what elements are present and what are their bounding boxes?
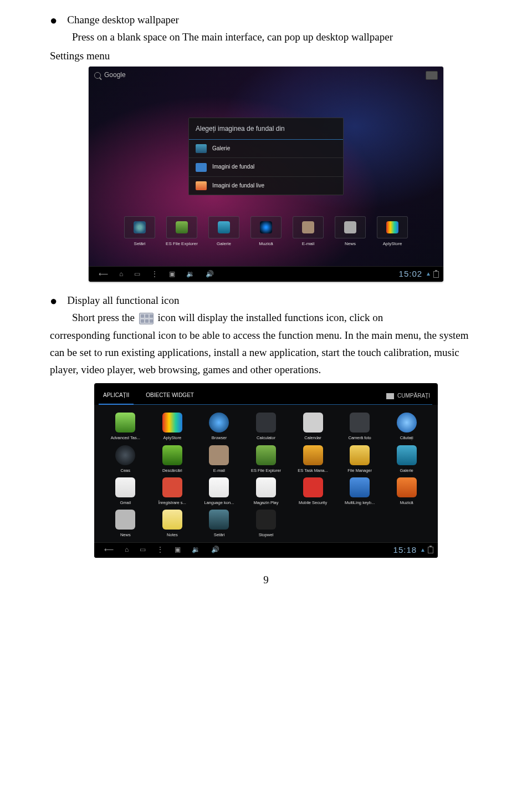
- app-label: Setări: [197, 532, 242, 538]
- app-icon: [397, 445, 417, 465]
- short-press-pre: Short press the: [72, 312, 135, 323]
- tablet-screenshot-wallpaper: Google Alegeți imaginea de fundal din Ga…: [89, 67, 443, 282]
- menu-icon[interactable]: ⋮: [157, 545, 163, 556]
- dock-item-news[interactable]: News: [332, 216, 369, 247]
- app-icon: [350, 413, 370, 433]
- dock-item-settings[interactable]: Setări: [121, 216, 158, 247]
- home-icon[interactable]: ⌂: [125, 545, 129, 556]
- app-item[interactable]: ES Task Mana...: [290, 445, 335, 474]
- wifi-icon: ▲: [420, 546, 426, 555]
- recent-icon[interactable]: ▭: [140, 545, 146, 556]
- app-label: Advanced Tas...: [103, 435, 148, 441]
- volume-up-icon[interactable]: 🔊: [206, 269, 214, 280]
- app-item[interactable]: Muzică: [384, 477, 429, 506]
- wallpaper-option-galerie[interactable]: Galerie: [189, 140, 343, 159]
- live-wallpaper-icon: [196, 181, 207, 190]
- app-item[interactable]: Înregistrare s...: [150, 477, 195, 506]
- gear-icon: [134, 221, 146, 233]
- wallpaper-icon: [196, 163, 207, 172]
- mail-icon: [302, 221, 314, 233]
- menu-icon[interactable]: ⋮: [151, 269, 158, 280]
- app-item[interactable]: Calendar: [290, 413, 335, 441]
- app-icon: [350, 445, 370, 465]
- tab-aplicatii[interactable]: APLICAȚII: [102, 388, 130, 405]
- screenshot-icon[interactable]: ▣: [169, 269, 175, 280]
- app-label: Calculator: [244, 435, 289, 441]
- wallpaper-dialog-title: Alegeți imaginea de fundal din: [189, 118, 343, 140]
- aply-icon: [386, 221, 398, 233]
- app-icon: [162, 445, 182, 465]
- app-icon: [303, 413, 323, 433]
- app-label: News: [103, 532, 148, 538]
- recent-icon[interactable]: ▭: [134, 269, 140, 280]
- volume-down-icon[interactable]: 🔉: [186, 269, 195, 280]
- app-item[interactable]: Cameră foto: [337, 413, 382, 441]
- app-label: E-mail: [197, 467, 242, 474]
- app-label: Mobile Security: [290, 500, 335, 506]
- app-item[interactable]: Căutați: [384, 413, 429, 441]
- home-icon[interactable]: ⌂: [119, 269, 123, 280]
- heading-display-icons: Display all functional icon: [67, 292, 179, 309]
- app-item[interactable]: Calculator: [244, 413, 289, 441]
- short-press-post: icon will display the installed function…: [157, 312, 383, 323]
- app-label: Gmail: [103, 500, 148, 506]
- app-label: Language kon...: [197, 500, 242, 506]
- app-item[interactable]: Browser: [197, 413, 242, 441]
- app-item[interactable]: Mobile Security: [290, 477, 335, 506]
- app-item[interactable]: MultiLing keyb...: [337, 477, 382, 506]
- app-item[interactable]: Galerie: [384, 445, 429, 474]
- app-item[interactable]: Advanced Tas...: [103, 413, 148, 441]
- wallpaper-option-fundal[interactable]: Imagini de fundal: [189, 158, 343, 177]
- app-icon: [115, 510, 135, 530]
- wallpaper-option-live[interactable]: Imagini de fundal live: [189, 177, 343, 195]
- screenshot-icon[interactable]: ▣: [175, 545, 181, 556]
- search-icon: [94, 72, 101, 79]
- shop-button[interactable]: CUMPĂRAȚI: [386, 391, 430, 401]
- gallery-icon: [196, 144, 207, 153]
- app-label: Căutați: [384, 435, 429, 441]
- battery-icon: [428, 547, 433, 553]
- app-item[interactable]: Descărcări: [150, 445, 195, 474]
- app-item[interactable]: E-mail: [197, 445, 242, 474]
- dock-item-email[interactable]: E-mail: [290, 216, 326, 247]
- dock-item-aply[interactable]: AplyStore: [374, 216, 411, 247]
- app-label: MultiLing keyb...: [337, 500, 382, 506]
- app-item[interactable]: Magazin Play: [244, 477, 289, 506]
- app-item[interactable]: Gmail: [103, 477, 148, 506]
- app-item[interactable]: Notes: [150, 510, 195, 538]
- app-icon: [397, 477, 417, 497]
- app-label: Stopwel: [244, 532, 289, 538]
- tab-widgets[interactable]: OBIECTE WIDGET: [145, 388, 195, 405]
- tablet-screenshot-apps: APLICAȚII OBIECTE WIDGET CUMPĂRAȚI Advan…: [94, 383, 438, 558]
- wallpaper-option-label: Imagini de fundal: [212, 162, 254, 172]
- app-item[interactable]: AplyStore: [150, 413, 195, 441]
- back-icon[interactable]: ⟵: [104, 545, 114, 556]
- bullet-icon: ●: [50, 295, 57, 307]
- wallpaper-option-label: Imagini de fundal live: [212, 181, 264, 191]
- volume-up-icon[interactable]: 🔊: [211, 545, 219, 556]
- app-item[interactable]: Stopwel: [244, 510, 289, 538]
- dock-item-es[interactable]: ES File Explorer: [163, 216, 200, 247]
- back-icon[interactable]: ⟵: [99, 269, 108, 280]
- app-label: Browser: [197, 435, 242, 441]
- app-item[interactable]: File Manager: [337, 445, 382, 474]
- app-item[interactable]: Language kon...: [197, 477, 242, 506]
- app-item[interactable]: ES File Explorer: [244, 445, 289, 474]
- corner-badge: [426, 71, 438, 80]
- app-item[interactable]: Setări: [197, 510, 242, 538]
- app-icon: [209, 445, 229, 465]
- heading1-description: Press on a blank space on The main inter…: [72, 28, 482, 45]
- search-placeholder: Google: [104, 70, 126, 81]
- app-icon: [256, 413, 276, 433]
- home-dock: Setări ES File Explorer Galerie Muzică E…: [89, 216, 443, 247]
- volume-down-icon[interactable]: 🔉: [192, 545, 200, 556]
- music-icon: [260, 221, 272, 233]
- search-bar[interactable]: Google: [89, 67, 443, 82]
- app-item[interactable]: News: [103, 510, 148, 538]
- status-time: 15:18: [393, 543, 417, 557]
- app-label: Calendar: [290, 435, 335, 441]
- dock-item-galerie[interactable]: Galerie: [206, 216, 242, 247]
- gallery-icon: [218, 221, 230, 233]
- app-item[interactable]: Ceas: [103, 445, 148, 474]
- dock-item-muzica[interactable]: Muzică: [248, 216, 284, 247]
